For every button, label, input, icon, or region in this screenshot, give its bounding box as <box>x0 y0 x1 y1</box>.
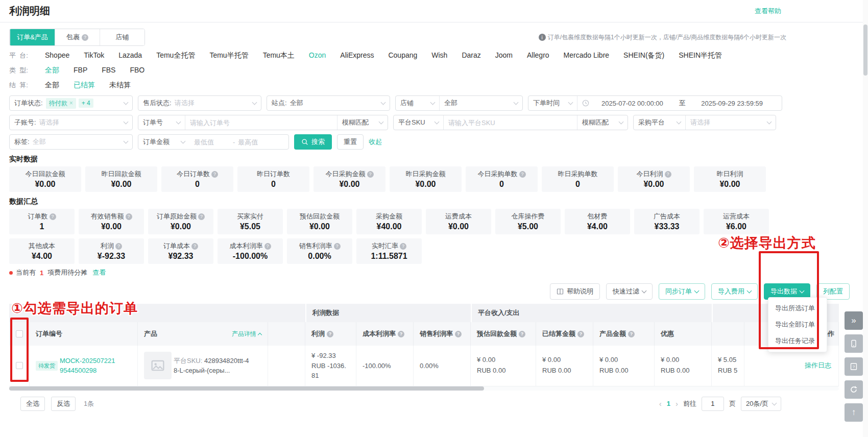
quick-filter-button[interactable]: 快速过滤 <box>606 283 653 300</box>
site-select[interactable]: 站点: 全部 <box>267 95 390 111</box>
export-menu-item[interactable]: 导出全部订单 <box>768 317 827 333</box>
order-status-select[interactable]: 订单状态: 待付款 × + 4 <box>9 95 133 111</box>
export-menu-item[interactable]: 导出所选订单 <box>768 300 827 317</box>
sku-type-select[interactable]: 平台SKU <box>394 115 444 130</box>
platform-sku-input[interactable] <box>448 119 572 127</box>
product-thumbnail[interactable] <box>144 352 172 379</box>
stat-card-value: ¥0.00 <box>35 180 55 189</box>
platform-option[interactable]: SHEIN半托管 <box>679 51 722 60</box>
product-detail-toggle[interactable]: 产品详情 <box>232 330 261 338</box>
type-option[interactable]: FBS <box>102 66 115 75</box>
stat-card-label: 昨日回款金额 <box>102 169 141 179</box>
date-start[interactable]: 2025-07-02 00:00:00 <box>601 100 663 107</box>
platform-option[interactable]: SHEIN(备货) <box>623 51 664 60</box>
tag-close-icon[interactable]: × <box>69 100 73 107</box>
search-button[interactable]: 搜索 <box>294 134 332 150</box>
amount-max-input[interactable] <box>238 138 274 146</box>
shop-value-select[interactable]: 全部 <box>440 96 522 110</box>
time-type-select[interactable]: 下单时间 <box>528 96 577 110</box>
shop-type-select[interactable]: 店铺 <box>396 96 440 110</box>
question-icon: ? <box>455 331 462 337</box>
sku-match-select[interactable]: 模糊匹配 <box>577 115 628 130</box>
expand-panel-button[interactable]: » <box>845 311 863 330</box>
purchase-platform-select[interactable]: 请选择 <box>686 115 776 130</box>
type-option[interactable]: 全部 <box>45 66 59 75</box>
page-scrollbar-thumb[interactable] <box>863 25 867 76</box>
reset-button[interactable]: 重置 <box>337 134 364 150</box>
platform-option[interactable]: Joom <box>495 51 513 60</box>
next-page-button[interactable]: › <box>676 399 678 408</box>
platform-option[interactable]: Daraz <box>462 51 480 60</box>
horizontal-scrollbar-thumb[interactable] <box>9 386 484 391</box>
platform-option[interactable]: Shopee <box>45 51 69 60</box>
date-end[interactable]: 2025-09-29 23:59:59 <box>701 100 763 107</box>
goto-page-input[interactable] <box>702 397 724 411</box>
summary-cards-row1: 订单数 ? 1 有效销售额 ? ¥0.00 订单原始金额 ? ¥0.00 买家实… <box>9 209 868 234</box>
view-fee-link[interactable]: 查看 <box>92 268 106 277</box>
platform-option[interactable]: Coupang <box>388 51 417 60</box>
stat-card-label: 销售利润率 <box>299 241 332 251</box>
current-page[interactable]: 1 <box>667 400 670 407</box>
dimension-tab[interactable]: 包裹 ? <box>55 29 100 45</box>
settle-option[interactable]: 已结算 <box>74 81 95 90</box>
stat-card: 今日利润 ? ¥0.00 <box>618 166 690 192</box>
dimension-tab[interactable]: 订单&产品 <box>10 29 55 45</box>
type-option[interactable]: FBO <box>130 66 144 75</box>
sync-order-button[interactable]: 同步订单 <box>659 283 705 300</box>
stat-card-label: 今日利润 <box>637 169 663 179</box>
order-no-type-select[interactable]: 订单号 <box>138 115 185 130</box>
dimension-tab[interactable]: 店铺 <box>100 29 144 45</box>
settle-option[interactable]: 全部 <box>45 81 59 90</box>
order-no-link[interactable]: MOCK-202507221 9544500298 <box>60 356 115 376</box>
select-all-checkbox[interactable] <box>16 330 23 337</box>
mobile-app-button[interactable] <box>845 334 863 353</box>
export-menu-item[interactable]: 导出任务记录 <box>768 333 827 349</box>
after-sale-select[interactable]: 售后状态: 请选择 <box>138 95 261 111</box>
question-icon: ? <box>327 331 333 337</box>
platform-option[interactable]: Lazada <box>118 51 142 60</box>
purchase-platform-type[interactable]: 采购平台 <box>634 115 686 130</box>
view-help-link[interactable]: 查看帮助 <box>755 7 781 16</box>
back-to-top-button[interactable]: ↑ <box>845 403 863 422</box>
type-option[interactable]: FBP <box>74 66 87 75</box>
platform-option[interactable]: TikTok <box>84 51 104 60</box>
prev-page-button[interactable]: ‹ <box>659 399 662 408</box>
platform-option[interactable]: AliExpress <box>340 51 374 60</box>
date-range-picker[interactable]: 2025-07-02 00:00:00 至 2025-09-29 23:59:5… <box>577 96 782 110</box>
stat-card-label: 预估回款金额 <box>300 212 340 221</box>
platform-option[interactable]: Temu半托管 <box>209 51 248 60</box>
platform-option[interactable]: Allegro <box>527 51 549 60</box>
stat-card-value: ¥0.00 <box>111 180 131 189</box>
import-fee-button[interactable]: 导入费用 <box>711 283 758 300</box>
stat-card-value: ¥0.00 <box>415 180 436 189</box>
stat-card-label: 今日采购单数 <box>478 169 518 179</box>
amount-range: - <box>189 135 288 149</box>
collapse-link[interactable]: 收起 <box>369 137 382 147</box>
help-guide-button[interactable]: ? <box>845 357 863 376</box>
row-checkbox[interactable] <box>16 362 23 369</box>
invert-select-button[interactable]: 反选 <box>51 397 76 411</box>
order-no-input[interactable] <box>190 119 332 127</box>
stat-card: 买家实付 ¥5.05 <box>218 209 283 234</box>
amount-min-input[interactable] <box>194 138 230 146</box>
platform-option[interactable]: Temu全托管 <box>156 51 195 60</box>
amount-type-select[interactable]: 订单金额 <box>138 135 189 149</box>
question-icon: ? <box>628 331 635 337</box>
platform-option[interactable]: Ozon <box>309 51 326 60</box>
sub-account-select[interactable]: 子账号: 请选择 <box>9 115 133 130</box>
platform-option[interactable]: Mercado Libre <box>564 51 610 60</box>
tag-select[interactable]: 标签: 全部 <box>9 134 133 150</box>
platform-option[interactable]: Temu本土 <box>263 51 295 60</box>
platform-option[interactable]: Wish <box>431 51 447 60</box>
help-doc-button[interactable]: 帮助说明 <box>550 283 600 300</box>
operation-log-link[interactable]: 操作日志 <box>805 361 831 370</box>
stat-card-label: 利润 <box>101 241 114 251</box>
select-all-button[interactable]: 全选 <box>20 397 45 411</box>
page-size-select[interactable]: 20条/页 <box>741 397 781 411</box>
stat-card-label: 昨日订单数 <box>257 169 290 179</box>
refresh-button[interactable] <box>845 380 863 399</box>
settle-option[interactable]: 未结算 <box>109 81 131 90</box>
order-no-match-select[interactable]: 模糊匹配 <box>337 115 388 130</box>
stat-card-value: ¥4.00 <box>587 222 608 231</box>
annotation-step1: ①勾选需导出的订单 <box>11 299 138 318</box>
